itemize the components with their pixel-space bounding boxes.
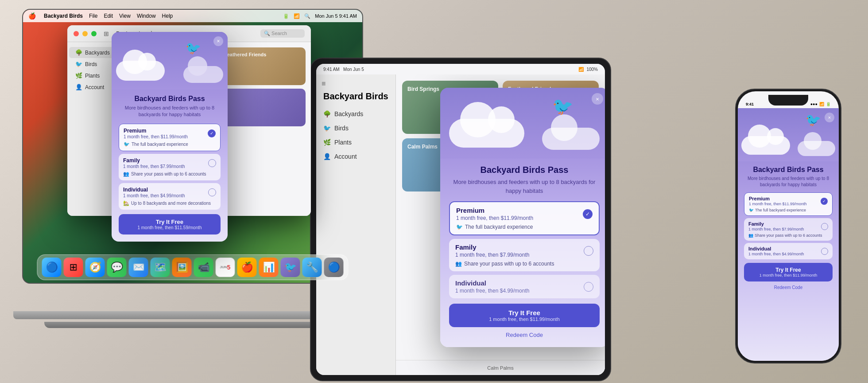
mac-cta-button[interactable]: Try It Free 1 month free, then $11.59/mo… — [119, 214, 221, 234]
mac-card-2[interactable]: Feathered Friends — [220, 47, 306, 85]
apple-logo-icon[interactable]: 🍎 — [28, 12, 36, 20]
iphone-plan-family[interactable]: Family 1 month free, then $7.99/month 👥 … — [744, 218, 833, 241]
iphone-plan-individual[interactable]: Individual 1 month free, then $4.99/mont… — [744, 243, 833, 259]
close-button[interactable] — [74, 31, 79, 36]
account-icon: 👤 — [75, 84, 82, 90]
mac-plan-individual[interactable]: Individual 1 month free, then $4.99/mont… — [119, 183, 221, 210]
backyards-icon: 🌳 — [75, 49, 82, 56]
maximize-button[interactable] — [91, 31, 97, 36]
mac-plan-family[interactable]: Family 1 month free, then $7.99/month 👥 … — [119, 154, 221, 180]
iphone-redeem-link[interactable]: Redeem Code — [744, 285, 833, 290]
ipad-plan-individual-info: Individual 1 month free, then $4.99/mont… — [455, 279, 529, 294]
menubar-time: Mon Jun 5 9:41 AM — [315, 13, 357, 19]
ipad-sidebar: ≡ Backyard Birds 🌳 Backyards 🐦 Birds 🌿 P… — [316, 74, 396, 375]
wifi-icon: 📶 — [294, 13, 300, 19]
help-menu[interactable]: Help — [162, 13, 173, 19]
ipad-sidebar-birds[interactable]: 🐦 Birds — [316, 121, 395, 135]
ipad-plan-individual[interactable]: Individual 1 month free, then $4.99/mont… — [449, 275, 600, 298]
ipad-cta-main: Try It Free — [454, 309, 594, 317]
ipad-screen: 9:41 AM Mon Jun 5 📶 100% ≡ Backyard Bird… — [316, 64, 605, 375]
dock-facetime[interactable]: 📹 — [194, 258, 213, 277]
dock-mail[interactable]: ✉️ — [129, 258, 148, 277]
dock-safari[interactable]: 🧭 — [85, 258, 105, 277]
mac-plan-family-name: Family 1 month free, then $7.99/month — [123, 157, 185, 169]
window-search-field[interactable]: 🔍 Search — [260, 29, 305, 38]
ipad-wifi-icon: 📶 — [578, 67, 584, 72]
mac-plan-premium-header: Premium 1 month free, then $11.99/month … — [124, 128, 216, 139]
dock-messages[interactable]: 💬 — [107, 258, 127, 277]
iphone-plan-premium-price: 1 month free, then $11.99/month — [749, 202, 807, 206]
ipad-device: 9:41 AM Mon Jun 5 📶 100% ≡ Backyard Bird… — [310, 58, 611, 381]
ipad-plan-premium[interactable]: Premium 1 month free, then $11.99/month … — [449, 201, 600, 235]
mac-modal-title: Backyard Birds Pass — [119, 95, 221, 103]
file-menu[interactable]: File — [89, 13, 97, 19]
ipad-plants-icon: 🌿 — [323, 139, 331, 146]
ipad-modal-body: Backyard Birds Pass More birdhouses and … — [440, 159, 605, 347]
mac-plan-family-feature-icon: 👥 — [123, 171, 129, 177]
ipad-plan-family-price: 1 month free, then $7.99/month — [455, 252, 529, 258]
iphone-plan-premium[interactable]: Premium 1 month free, then $11.99/month … — [744, 192, 833, 216]
iphone-plan-premium-feature: 🐦 The full backyard experience — [749, 208, 828, 212]
mac-plan-premium[interactable]: Premium 1 month free, then $11.99/month … — [119, 124, 221, 151]
ipad-cloud1 — [449, 119, 524, 148]
mac-plan-premium-title: Premium — [124, 128, 188, 134]
iphone-modal-close-button[interactable]: × — [825, 113, 834, 122]
ipad-bottom-bar: Calm Palms — [396, 360, 605, 375]
iphone-cta-button[interactable]: Try It Free 1 month free, then $11.99/mo… — [744, 263, 833, 281]
iphone-plan-individual-radio-icon — [821, 248, 828, 255]
ipad-status-right: 📶 100% — [578, 67, 598, 72]
ipad-sidebar-title: Backyard Birds — [316, 91, 395, 107]
ipad-birds-icon: 🐦 — [323, 125, 331, 132]
dock-keynote[interactable]: 📊 — [259, 258, 279, 277]
ipad-cta-button[interactable]: Try It Free 1 month free, then $11.99/mo… — [449, 304, 600, 327]
iphone-plan-family-radio-icon — [821, 223, 828, 230]
ipad-plan-family-info: Family 1 month free, then $7.99/month — [455, 243, 529, 258]
iphone-plan-premium-feature-icon: 🐦 — [749, 208, 754, 212]
window-menu[interactable]: Window — [137, 13, 156, 19]
edit-menu[interactable]: Edit — [104, 13, 113, 19]
mac-plan-individual-feature-icon: 🏡 — [123, 200, 129, 206]
iphone-bird-hero-icon: 🐦 — [806, 113, 821, 127]
ipad-account-icon: 👤 — [323, 153, 331, 160]
dock-backyardbirds[interactable]: 🐦 — [281, 258, 300, 277]
iphone-plan-family-feature-icon: 👥 — [748, 233, 753, 238]
ipad-account-label: Account — [334, 153, 357, 160]
dock-finder[interactable]: 🔵 — [42, 258, 62, 277]
dock-maps[interactable]: 🗺️ — [151, 258, 170, 277]
dock-launchpad[interactable]: ⊞ — [64, 258, 83, 277]
sidebar-toggle-icon[interactable]: ⊞ — [104, 30, 109, 37]
mac-plan-premium-feature: 🐦 The full backyard experience — [124, 141, 216, 147]
sidebar-label-account: Account — [85, 84, 104, 90]
ipad-plan-individual-header: Individual 1 month free, then $4.99/mont… — [455, 279, 593, 294]
ipad-content: Bird Springs Feathered Friends Calm Palm… — [396, 74, 605, 375]
ipad-sidebar-account[interactable]: 👤 Account — [316, 149, 395, 164]
view-menu[interactable]: View — [119, 13, 131, 19]
mac-card-4[interactable] — [220, 89, 306, 126]
iphone-plan-individual-name: Individual — [748, 246, 804, 251]
dock-xcode[interactable]: 🔧 — [302, 258, 322, 277]
macbook-foot — [44, 322, 341, 328]
ipad-plants-label: Plants — [334, 139, 352, 146]
iphone-plan-family-feature: 👥 Share your pass with up to 6 accounts — [748, 233, 828, 238]
iphone-plan-premium-name: Premium — [749, 196, 807, 201]
dock-appstore[interactable]: 🍎 — [237, 258, 257, 277]
ipad-sidebar-plants[interactable]: 🌿 Plants — [316, 135, 395, 149]
iphone-plan-individual-header: Individual 1 month free, then $4.99/mont… — [748, 246, 828, 256]
ipad-sidebar-backyards[interactable]: 🌳 Backyards — [316, 107, 395, 121]
dock-calendar[interactable]: JUN 5 — [216, 258, 235, 277]
cloud-decoration-1 — [116, 61, 165, 81]
ipad-plan-family-radio-icon — [584, 246, 593, 256]
iphone-device: 9:41 ●●● 📶 🔋 × 🐦 Backyard Birds Pass Mor… — [735, 89, 841, 363]
app-name-menu: Backyard Birds — [44, 13, 83, 19]
minimize-button[interactable] — [82, 31, 88, 36]
ipad-redeem-link[interactable]: Redeem Code — [449, 332, 600, 338]
ipad-plan-family[interactable]: Family 1 month free, then $7.99/month 👥 … — [449, 239, 600, 271]
mac-modal-close-button[interactable]: × — [213, 36, 223, 46]
ipad-sidebar-toggle-icon[interactable]: ≡ — [322, 80, 326, 88]
dock-photos[interactable]: 🖼️ — [172, 258, 192, 277]
ipad-modal-close-button[interactable]: × — [592, 93, 603, 105]
sidebar-label-plants: Plants — [85, 73, 100, 79]
iphone-plan-premium-check-icon: ✓ — [821, 198, 828, 205]
dock-extra[interactable]: 🔵 — [324, 258, 344, 277]
iphone-notch — [768, 95, 808, 106]
